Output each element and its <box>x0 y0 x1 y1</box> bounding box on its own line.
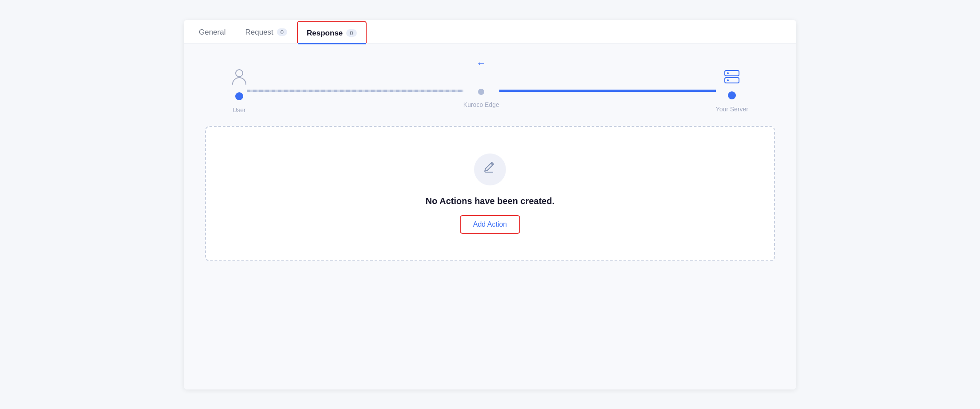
tab-general[interactable]: General <box>198 20 235 43</box>
connector-left <box>247 90 463 92</box>
tab-request-label: Request <box>245 28 273 37</box>
svg-point-3 <box>727 72 729 74</box>
line-gray <box>247 90 463 92</box>
user-node: User <box>232 68 247 114</box>
svg-rect-1 <box>725 71 739 76</box>
line-wrapper-right <box>499 90 716 92</box>
connector-right <box>499 90 716 92</box>
empty-state-text: No Actions have been created. <box>426 196 554 206</box>
tab-request-badge: 0 <box>277 28 287 36</box>
edit-icon <box>483 161 497 178</box>
svg-point-4 <box>727 79 729 81</box>
line-wrapper-left <box>247 90 463 92</box>
main-content: User ← Kuroco Edge <box>184 43 796 389</box>
kuroco-dot <box>478 89 484 95</box>
arrow-left-icon: ← <box>476 58 486 69</box>
page-wrapper: General Request 0 Response 0 Use <box>184 20 796 389</box>
server-icon <box>723 69 740 86</box>
svg-point-0 <box>236 70 243 77</box>
user-icon <box>232 68 247 87</box>
user-dot <box>235 92 243 100</box>
tab-bar: General Request 0 Response 0 <box>184 20 796 43</box>
empty-state-icon-wrapper <box>474 153 506 185</box>
kuroco-edge-node: ← Kuroco Edge <box>463 74 499 108</box>
empty-state-box: No Actions have been created. Add Action <box>205 126 775 261</box>
tab-response-label: Response <box>307 29 343 38</box>
flow-diagram: User ← Kuroco Edge <box>205 58 775 119</box>
server-node: Your Server <box>716 69 748 113</box>
kuroco-label: Kuroco Edge <box>463 101 499 108</box>
svg-rect-2 <box>725 78 739 83</box>
tab-response-badge: 0 <box>346 29 356 37</box>
line-blue <box>499 90 716 92</box>
server-label: Your Server <box>716 106 748 113</box>
add-action-button[interactable]: Add Action <box>460 215 521 234</box>
server-dot <box>728 91 736 99</box>
tab-general-label: General <box>199 28 225 37</box>
tab-request[interactable]: Request 0 <box>235 20 297 43</box>
tab-response[interactable]: Response 0 <box>297 21 366 43</box>
user-label: User <box>233 106 246 114</box>
